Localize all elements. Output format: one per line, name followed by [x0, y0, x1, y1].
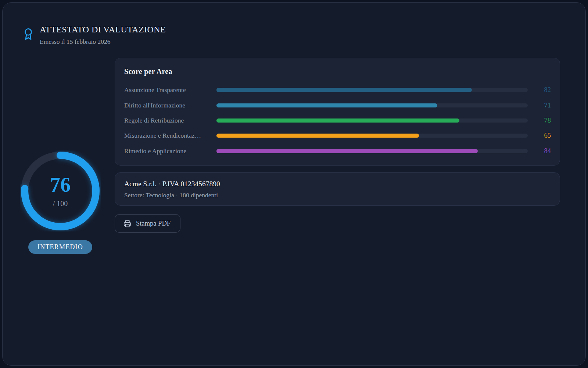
area-bar-track [216, 88, 528, 92]
print-pdf-label: Stampa PDF [136, 220, 171, 227]
score-card-title: Score per Area [124, 67, 551, 76]
area-row: Rimedio e Applicazione84 [124, 144, 551, 159]
area-value: 84 [531, 147, 551, 155]
area-label: Assunzione Trasparente [124, 86, 213, 94]
area-label: Regole di Retribuzione [124, 117, 213, 124]
area-label: Diritto all'Informazione [124, 102, 213, 109]
score-max-label: / 100 [53, 199, 68, 208]
score-per-area-card: Score per Area Assunzione Trasparente82D… [115, 58, 560, 166]
area-value: 65 [531, 132, 551, 139]
company-name-vat: Acme S.r.l. · P.IVA 01234567890 [124, 180, 551, 188]
printer-icon [123, 220, 131, 227]
company-sector-size: Settore: Tecnologia · 180 dipendenti [124, 191, 551, 199]
area-value: 78 [531, 117, 551, 124]
overall-score-value: 76 [50, 174, 71, 195]
area-row: Regole di Retribuzione78 [124, 113, 551, 128]
level-badge: INTERMEDIO [28, 240, 92, 254]
area-bar-fill [216, 103, 437, 107]
area-bar-track [216, 149, 528, 153]
area-row: Diritto all'Informazione71 [124, 98, 551, 113]
area-value: 71 [531, 102, 551, 109]
area-bar-fill [216, 88, 472, 92]
print-pdf-button[interactable]: Stampa PDF [115, 214, 180, 233]
gauge-center-text: 76 / 100 [20, 151, 101, 231]
header-text: ATTESTATO DI VALUTAZIONE Emesso il 15 fe… [40, 25, 166, 46]
area-bar-fill [216, 149, 478, 153]
area-row: Assunzione Trasparente82 [124, 82, 551, 98]
area-rows: Assunzione Trasparente82Diritto all'Info… [124, 82, 551, 159]
page-header: ATTESTATO DI VALUTAZIONE Emesso il 15 fe… [22, 25, 166, 46]
area-label: Misurazione e Rendicontaz… [124, 132, 213, 139]
area-bar-track [216, 134, 528, 138]
area-row: Misurazione e Rendicontaz…65 [124, 128, 551, 143]
certificate-page: ATTESTATO DI VALUTAZIONE Emesso il 15 fe… [2, 2, 586, 366]
overall-score-gauge: 76 / 100 [20, 151, 101, 231]
page-title: ATTESTATO DI VALUTAZIONE [40, 25, 166, 35]
area-label: Rimedio e Applicazione [124, 147, 213, 155]
area-bar-fill [216, 134, 419, 138]
area-bar-fill [216, 118, 459, 123]
company-card: Acme S.r.l. · P.IVA 01234567890 Settore:… [115, 172, 560, 206]
issue-date: Emesso il 15 febbraio 2026 [40, 38, 166, 46]
award-icon [22, 28, 35, 43]
area-bar-track [216, 103, 528, 107]
area-bar-track [216, 118, 528, 123]
area-value: 82 [531, 86, 551, 94]
